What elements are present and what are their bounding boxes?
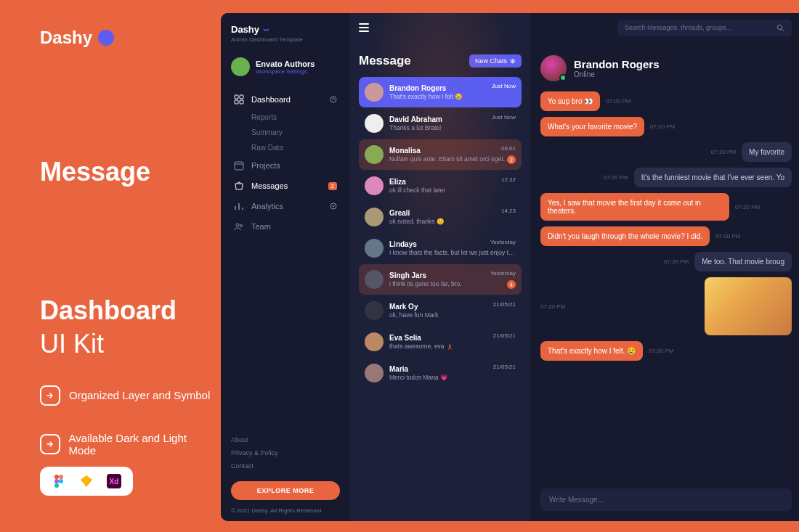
svg-point-1 xyxy=(59,475,63,479)
unread-badge: 2 xyxy=(507,155,516,164)
avatar xyxy=(365,301,384,320)
online-indicator xyxy=(559,74,567,81)
svg-point-4 xyxy=(54,483,59,488)
thread-item[interactable]: Elizaok ill check that later12.32 xyxy=(359,171,522,201)
thread-list: Brandon RogersThat's exactly how I felt … xyxy=(359,77,522,388)
chat-status: Online xyxy=(574,70,660,78)
app-tagline: Admin Dashboard Template xyxy=(231,36,340,43)
avatar xyxy=(365,83,384,102)
chat-avatar xyxy=(540,55,567,81)
nav-summary[interactable]: Summary xyxy=(231,125,340,140)
promo-subtitle: UI Kit xyxy=(40,329,214,359)
expand-icon xyxy=(330,202,337,210)
promo-title-2: Dashboard xyxy=(40,295,214,325)
chart-icon xyxy=(234,201,244,211)
svg-rect-7 xyxy=(235,95,238,99)
plus-icon: ⊕ xyxy=(510,57,516,65)
timestamp: 07:20 PM xyxy=(606,98,630,105)
svg-point-16 xyxy=(777,25,782,29)
figma-icon xyxy=(52,474,66,488)
team-icon xyxy=(234,221,244,232)
messages-badge: 2 xyxy=(328,182,337,190)
thread-item[interactable]: Grealiok noted. thanks 🙂14.23 xyxy=(359,202,522,232)
new-chat-button[interactable]: New Chats⊕ xyxy=(469,54,522,67)
arrow-icon xyxy=(40,434,60,454)
avatar xyxy=(365,332,384,351)
workspace-switcher[interactable]: Envato Authors Workspace Settings xyxy=(231,57,340,76)
avatar xyxy=(365,145,384,164)
message-out: Yes, I saw that movie the first day it c… xyxy=(540,193,729,221)
message-stream[interactable]: Yo sup bro 👀07:20 PM What's your favorit… xyxy=(530,89,799,483)
timestamp: 07:20 PM xyxy=(650,123,675,130)
search-input[interactable]: Search Messages, threads, groups... xyxy=(617,20,792,36)
image-attachment[interactable] xyxy=(705,277,792,335)
timestamp: 07:20 PM xyxy=(540,303,565,310)
workspace-settings-link[interactable]: Workspace Settings xyxy=(256,68,315,75)
thread-item[interactable]: LindaysI know thats the facts. but let w… xyxy=(359,233,522,263)
svg-point-11 xyxy=(330,97,336,102)
tool-badges: Xd xyxy=(40,467,133,496)
link-contact[interactable]: Contact xyxy=(231,459,340,472)
link-privacy[interactable]: Privacy & Policy xyxy=(231,446,340,459)
nav-messages[interactable]: Messages 2 xyxy=(231,176,340,196)
avatar xyxy=(365,176,384,195)
app-logo: Dashy⌣ xyxy=(231,23,340,35)
timestamp: 07:20 PM xyxy=(649,348,673,354)
svg-rect-12 xyxy=(235,162,243,170)
message-out: Didn't you laugh through the whole movie… xyxy=(540,226,710,246)
promo-brand: Dashy xyxy=(40,28,214,48)
nav-analytics[interactable]: Analytics xyxy=(231,196,340,216)
xd-icon: Xd xyxy=(107,474,121,488)
explore-more-button[interactable]: EXPLORE MORE xyxy=(231,481,340,500)
sidebar: Dashy⌣ Admin Dashboard Template Envato A… xyxy=(221,13,350,521)
svg-rect-9 xyxy=(235,100,238,104)
message-out: What's your favorite movie? xyxy=(540,117,644,136)
timestamp: 07:20 PM xyxy=(603,174,628,181)
svg-text:Xd: Xd xyxy=(110,478,119,486)
timestamp: 07:20 PM xyxy=(735,204,760,210)
feature-2: Available Dark and Light Mode xyxy=(40,432,214,457)
nav-team[interactable]: Team xyxy=(231,216,340,237)
nav-dashboard[interactable]: Dashboard xyxy=(231,89,340,110)
svg-point-13 xyxy=(330,203,336,209)
svg-point-3 xyxy=(59,479,63,483)
message-composer[interactable]: Write Message... xyxy=(540,488,792,511)
unread-badge: 4 xyxy=(507,280,516,289)
bag-icon xyxy=(234,181,244,191)
workspace-avatar xyxy=(231,57,250,76)
search-icon xyxy=(776,24,784,32)
thread-item[interactable]: MonalisaNullam quis ante. Etiam sit amet… xyxy=(359,139,522,170)
timestamp: 07:20 PM xyxy=(664,258,689,265)
avatar xyxy=(365,364,384,382)
thread-item[interactable]: David AbrahamThanks a lot Brate!Just Now xyxy=(359,108,522,139)
sketch-icon xyxy=(79,474,94,488)
chat-contact-name: Brandon Rogers xyxy=(574,58,660,70)
app-window: Dashy⌣ Admin Dashboard Template Envato A… xyxy=(221,13,799,521)
thread-item[interactable]: Brandon RogersThat's exactly how I felt … xyxy=(359,77,522,107)
collapse-icon xyxy=(330,96,337,103)
grid-icon xyxy=(234,94,244,105)
link-about[interactable]: About xyxy=(231,433,340,446)
nav-rawdata[interactable]: Raw Data xyxy=(231,140,340,155)
message-list-title: Message xyxy=(359,54,411,68)
calendar-icon xyxy=(234,160,244,171)
avatar xyxy=(365,208,384,226)
svg-rect-8 xyxy=(240,95,243,99)
message-in: It's the funniest movie that I've ever s… xyxy=(634,168,792,187)
menu-icon[interactable] xyxy=(359,23,369,32)
avatar xyxy=(365,114,384,133)
thread-item[interactable]: Eva Seliathats awesome, eva 🗼21/05/21 xyxy=(359,327,522,357)
nav-projects[interactable]: Projects xyxy=(231,155,340,176)
footer-copyright: © 2021 Dashy. All Rights Reserved xyxy=(231,507,340,514)
avatar xyxy=(365,270,384,289)
thread-item[interactable]: Mark Oyok, have fun Mark21/05/21 xyxy=(359,295,522,326)
svg-point-2 xyxy=(54,479,59,483)
svg-point-15 xyxy=(240,225,243,227)
svg-point-0 xyxy=(54,475,59,479)
avatar xyxy=(365,239,384,258)
thread-item[interactable]: Singh Jarsi think its gone too far, bro.… xyxy=(359,264,522,295)
message-in: My favorite xyxy=(742,142,792,162)
thread-item[interactable]: MariaMerci todos Maria 💗21/05/21 xyxy=(359,358,522,388)
nav-reports[interactable]: Reports xyxy=(231,110,340,125)
feature-1: Organized Layer and Symbol xyxy=(40,385,214,406)
